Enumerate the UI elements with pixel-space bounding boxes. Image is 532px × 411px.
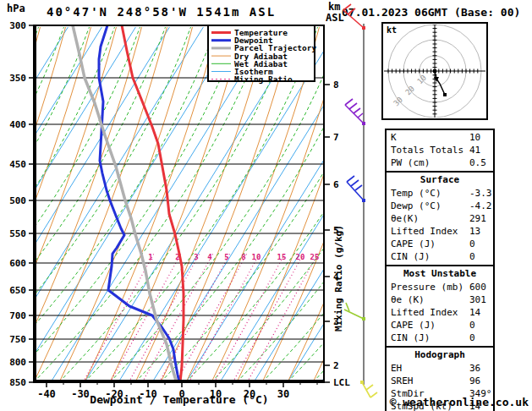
isotherm-line: [0, 27, 203, 382]
stat-label: Totals Totals: [391, 144, 469, 156]
stats-row: Lifted Index13: [387, 225, 493, 238]
stat-value: 0: [469, 250, 493, 263]
stats-box-indices: K10Totals Totals41PW (cm)0.5: [385, 129, 495, 173]
stats-row: Pressure (mb)600: [387, 281, 493, 293]
stat-value: -4.2: [469, 200, 493, 212]
stat-label: EH: [391, 362, 469, 375]
km-tick-label: 2: [333, 360, 339, 371]
stats-row: K10: [387, 131, 493, 144]
stats-row: CIN (J)0: [387, 332, 493, 344]
stat-label: θe (K): [391, 293, 469, 306]
isotherm-line: [355, 27, 381, 382]
legend-label: Mixing Ratio: [234, 74, 293, 84]
wind-barb-400: [345, 99, 365, 125]
temp-tick-label: -30: [71, 388, 90, 400]
stat-value: -3.3: [469, 187, 493, 200]
stats-row: SREH96: [387, 375, 493, 387]
stats-row: θe(K)291: [387, 212, 493, 225]
skewt-sounding-page: hPa 40°47'N 248°58'W 1541m ASL km ASL 07…: [0, 0, 532, 411]
stat-label: PW (cm): [391, 156, 469, 169]
stats-box-surface: SurfaceTemp (°C)-3.3Dewp (°C)-4.2θe(K)29…: [385, 171, 495, 266]
stat-value: 0: [469, 238, 493, 250]
lcl-label: LCL: [333, 377, 350, 388]
isotherm-line: [321, 27, 381, 382]
credit-watermark: © weatheronline.co.uk: [376, 396, 529, 408]
pressure-tick-label: 400: [9, 119, 26, 130]
mixing-ratio-value: 10: [252, 253, 261, 261]
wet-adiabat-line: [8, 27, 242, 382]
stat-value: 13: [469, 225, 493, 238]
stats-row: Temp (°C)-3.3: [387, 187, 493, 200]
stat-label: Lifted Index: [391, 306, 469, 319]
hodograph-plot: 102030: [384, 25, 485, 118]
stat-label: Dewp (°C): [391, 200, 469, 212]
stats-row: CIN (J)0: [387, 250, 493, 263]
stat-value: 10: [469, 131, 493, 144]
pressure-tick-label: 500: [9, 195, 26, 206]
wet-adiabat-line: [338, 27, 381, 382]
stat-value: 0.5: [469, 156, 493, 169]
stat-value: 41: [469, 144, 493, 156]
mixing-ratio-line: [247, 254, 318, 382]
pressure-tick-label: 850: [9, 377, 26, 388]
mixing-ratio-axis-label: Mixing Ratio (g/kg): [333, 225, 344, 332]
mixing-ratio-value: 20: [296, 253, 305, 261]
pressure-tick-label: 650: [9, 285, 26, 296]
stat-label: K: [391, 131, 469, 144]
dry-adiabat-line: [364, 27, 381, 382]
pressure-tick-label: 450: [9, 159, 26, 170]
stat-value: 301: [469, 293, 493, 306]
stat-value: 0: [469, 332, 493, 344]
stats-row: CAPE (J)0: [387, 238, 493, 250]
stat-label: SREH: [391, 375, 469, 387]
stat-value: 600: [469, 281, 493, 293]
wind-barb-700: [344, 303, 365, 321]
mixing-ratio-value: 8: [241, 253, 245, 261]
trace-dot: [433, 69, 436, 73]
mixing-ratio-value: 5: [224, 253, 228, 261]
mixing-ratio-value: 15: [277, 253, 287, 261]
stats-row: PW (cm)0.5: [387, 156, 493, 169]
wet-adiabat-line: [364, 27, 381, 382]
pressure-tick-label: 600: [9, 258, 26, 269]
stats-row: CAPE (J)0: [387, 319, 493, 332]
stats-row: θe (K)301: [387, 293, 493, 306]
km-tick-label: 7: [333, 132, 339, 143]
temp-tick-label: 30: [277, 388, 289, 400]
mixing-ratio-line: [176, 254, 247, 382]
stat-label: Lifted Index: [391, 225, 469, 238]
stat-label: CAPE (J): [391, 238, 469, 250]
stats-box-most-unstable: Most UnstablePressure (mb)600θe (K)301Li…: [385, 265, 495, 348]
pressure-tick-label: 700: [9, 310, 26, 321]
wind-barb-sfc: [360, 381, 377, 397]
stat-label: θe(K): [391, 212, 469, 225]
temperature-axis-label: Dewpoint / Temperature (°C): [90, 393, 268, 406]
km-tick-label: 8: [333, 79, 339, 90]
parcel-trajectory-line: [73, 25, 176, 381]
wind-barb-500: [347, 176, 365, 202]
hodograph-panel: 102030kt: [379, 20, 494, 123]
stats-box-title: Most Unstable: [387, 267, 493, 281]
pressure-tick-label: 550: [9, 228, 26, 239]
stat-label: CIN (J): [391, 332, 469, 344]
pressure-tick-label: 750: [9, 334, 26, 345]
stat-value: 14: [469, 306, 493, 319]
stats-box-title: Hodograph: [387, 348, 493, 362]
stat-value: 0: [469, 319, 493, 332]
indices-tables: K10Totals Totals41PW (cm)0.5SurfaceTemp …: [385, 129, 495, 411]
mixing-ratio-value: 4: [207, 253, 212, 261]
km-tick-label: 6: [333, 179, 339, 190]
kt-label: kt: [387, 25, 397, 35]
pressure-tick-label: 800: [9, 357, 26, 368]
stats-box-title: Surface: [387, 173, 493, 187]
dry-adiabat-line: [338, 27, 381, 382]
mixing-ratio-value: 25: [310, 253, 320, 261]
stats-row: Dewp (°C)-4.2: [387, 200, 493, 212]
stat-value: 291: [469, 212, 493, 225]
mixing-ratio-line: [214, 254, 285, 382]
mixing-ratio-value: 3: [194, 253, 198, 261]
stat-label: Temp (°C): [391, 187, 469, 200]
ring-label: 30: [392, 96, 404, 108]
temp-tick-label: -40: [37, 388, 56, 400]
stat-label: CAPE (J): [391, 319, 469, 332]
